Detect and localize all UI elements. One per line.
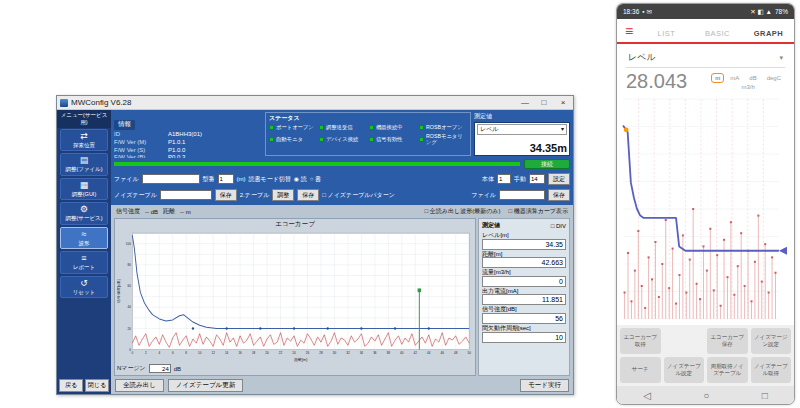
status-item-label: 調整送受信 (326, 125, 352, 131)
parameter-select[interactable]: レベル ▾ (626, 49, 785, 68)
unit-button-m[interactable]: m (711, 73, 724, 83)
radio-off[interactable]: ○ 書 (310, 175, 321, 184)
phone-button-r0c0[interactable]: エコーカーブ取得 (620, 328, 661, 354)
distance-label: 距離 (163, 207, 175, 216)
sidebar-item-2[interactable]: ▦調整(GUI) (60, 178, 108, 200)
window-titlebar[interactable]: MWConfig V6.28 — □ × (57, 96, 573, 110)
minimize-button[interactable]: — (517, 97, 533, 109)
phone-button-r1c2[interactable]: 周期取得ノイズテーブル (707, 357, 748, 383)
close-button[interactable]: × (555, 97, 571, 109)
status-box: ステータス ポートオープン調整送受信機器接続中ROSBオープン自動モニタデバイス… (265, 112, 471, 156)
status-green-indicator (369, 125, 374, 130)
status-item: ROSBオープン (419, 125, 467, 131)
sidebar-footer-button-1[interactable]: 閉じる (85, 379, 109, 392)
control-input[interactable] (142, 174, 200, 184)
phone-tab-bar: ≡ LISTBASICGRAPH (617, 19, 794, 44)
status-green-indicator (419, 137, 424, 142)
read-all-button[interactable]: 全読み出し (115, 379, 164, 392)
sidebar-item-6[interactable]: ↺リセット (60, 276, 108, 298)
android-nav-bar: ◁○□ (617, 386, 794, 404)
sidebar-item-0[interactable]: ⇄探索位置 (60, 129, 108, 151)
phone-button-r1c1[interactable]: ノイズテーブル設定 (664, 357, 705, 383)
echo-chart[interactable]: 0246810121416182022242628303234363840424… (117, 229, 473, 363)
unit-m3h-button[interactable]: m3/h (741, 84, 754, 90)
svg-text:距離[m]: 距離[m] (294, 357, 307, 362)
status-right-icons: ✕ ◧ ▲ (750, 8, 772, 16)
svg-text:60: 60 (127, 284, 131, 288)
sidebar-footer-button-0[interactable]: 戻る (59, 379, 83, 392)
sidebar-item-1[interactable]: ▤調整(ファイル) (60, 153, 108, 175)
unit-button-degC[interactable]: degC (763, 73, 785, 83)
sidebar-header: メニュー(サービス用) (57, 110, 111, 128)
unit-buttons: mmAdBdegC (711, 73, 785, 83)
phone-button-r1c0[interactable]: サーチ (620, 357, 661, 383)
phone-device: 18:36 ▪ ✉ ✕ ◧ ▲ 78% ≡ LISTBASICGRAPH レベル… (616, 3, 795, 405)
tab-list[interactable]: LIST (641, 19, 692, 42)
connect-button[interactable]: 接続 (524, 159, 570, 169)
unit-button-mA[interactable]: mA (726, 73, 743, 83)
control-button[interactable]: 保存 (548, 189, 570, 201)
control-button[interactable]: 保存 (297, 189, 319, 201)
svg-text:50: 50 (467, 351, 471, 355)
noise-margin-input[interactable] (149, 364, 171, 373)
svg-text:40: 40 (127, 305, 131, 309)
control-input[interactable] (160, 190, 212, 200)
swap-icon: ⇄ (62, 132, 106, 142)
unit-button-dB[interactable]: dB (745, 73, 760, 83)
signal-strength-label: 信号強度 (116, 207, 140, 216)
sidebar-item-5[interactable]: ≡レポート (60, 251, 108, 273)
svg-text:40: 40 (400, 351, 404, 355)
home-icon[interactable]: ○ (703, 390, 709, 401)
phone-button-r0c2[interactable]: エコーカーブ保存 (707, 328, 748, 354)
svg-text:34: 34 (360, 351, 364, 355)
info-label: F/W Ver (M) (114, 139, 168, 147)
control-button[interactable]: 設定 (548, 173, 570, 185)
control-input[interactable] (497, 174, 511, 184)
level-value: 34.35m (477, 142, 567, 154)
radio-on[interactable]: ◉ 読 (294, 175, 307, 184)
sidebar-item-4[interactable]: ≈波形 (60, 227, 108, 249)
svg-text:36: 36 (373, 351, 377, 355)
div-checkbox[interactable]: □ DIV (551, 223, 566, 229)
status-item: 機器接続中 (369, 125, 417, 131)
control-input[interactable] (529, 174, 545, 184)
status-icon: ✕ (750, 8, 757, 15)
waveform-checkbox[interactable]: □ 全読み出し波形(最新のみ) (425, 207, 501, 216)
recents-icon[interactable]: □ (762, 390, 768, 401)
status-item: ポートオープン (269, 125, 317, 131)
control-button[interactable]: 調整 (272, 189, 294, 201)
measurement-field-value: 34.35 (482, 239, 566, 250)
unit-selector: mmAdBdegC m3/h (711, 73, 785, 90)
measurement-fields: レベル[m]34.35距離[m]42.663流量[m3/h]0出力電流[mA]1… (482, 231, 566, 343)
mode-execute-button[interactable]: モード実行 (520, 379, 569, 392)
maximize-button[interactable]: □ (536, 97, 552, 109)
noise-margin-unit: dB (174, 366, 181, 372)
chevron-down-icon: ▾ (779, 54, 783, 62)
svg-text:42: 42 (414, 351, 418, 355)
info-value: A1BHH3(01) (168, 131, 262, 139)
phone-button-r0c3[interactable]: ノイズマージン設定 (751, 328, 792, 354)
sidebar-item-3[interactable]: ⚙調整(サービス) (60, 202, 108, 224)
phone-chart[interactable] (620, 95, 791, 323)
back-icon[interactable]: ◁ (643, 390, 651, 401)
tab-basic[interactable]: BASIC (692, 19, 743, 42)
control-input[interactable] (218, 174, 234, 184)
svg-text:4: 4 (158, 351, 160, 355)
control-label: 手動 (514, 175, 526, 184)
control-button[interactable]: 保存 (215, 189, 237, 201)
hamburger-menu-icon[interactable]: ≡ (617, 19, 641, 42)
tab-graph[interactable]: GRAPH (743, 19, 794, 42)
status-item: 自動モニタ (269, 134, 317, 146)
control-input[interactable] (499, 190, 545, 200)
svg-text:44: 44 (427, 351, 431, 355)
waveform-checkbox[interactable]: □ 機器演算カーブ表示 (508, 207, 568, 216)
phone-button-grid: エコーカーブ取得エコーカーブ保存ノイズマージン設定サーチノイズテーブル設定周期取… (617, 325, 794, 386)
checkbox[interactable]: □ ノイズテーブルパターン (322, 191, 395, 200)
status-icon: ✉ (646, 8, 651, 15)
level-select[interactable]: レベル ▾ (477, 124, 567, 135)
noise-table-update-button[interactable]: ノイズテーブル更新 (168, 379, 243, 392)
phone-button-r1c3[interactable]: ノイズテーブル取得 (751, 357, 792, 383)
control-strip: ファイル型番(m)読書モード切替◉ 読○ 書本体手動設定 ノイズテーブル保存2.… (111, 170, 573, 205)
noise-margin-row: Nマージン dB (117, 363, 473, 374)
status-item-label: 機器接続中 (376, 125, 402, 131)
